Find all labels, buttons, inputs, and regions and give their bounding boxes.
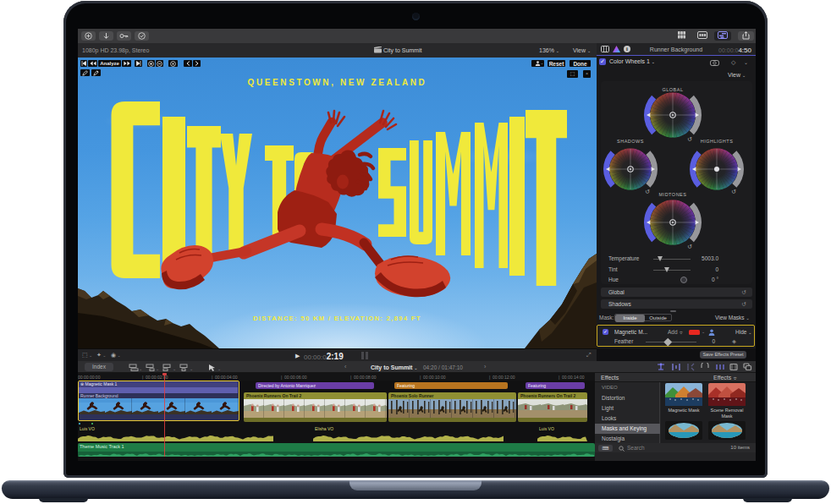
svg-text:MIDTONES: MIDTONES (659, 192, 687, 197)
svg-text:↺: ↺ (645, 189, 650, 194)
svg-text:↺: ↺ (687, 136, 692, 142)
svg-text:⌄: ⌄ (173, 366, 176, 371)
svg-text:GLOBAL: GLOBAL (662, 87, 683, 92)
svg-text:↺: ↺ (687, 244, 692, 249)
svg-text:HIGHLIGHTS: HIGHLIGHTS (701, 139, 734, 144)
svg-text:⌄: ⌄ (190, 366, 193, 371)
svg-text:⌄: ⌄ (217, 366, 221, 371)
svg-text:SHADOWS: SHADOWS (617, 139, 644, 144)
svg-text:⌄: ⌄ (156, 366, 159, 371)
svg-text:⌄: ⌄ (139, 366, 142, 371)
svg-text:↺: ↺ (731, 189, 736, 194)
